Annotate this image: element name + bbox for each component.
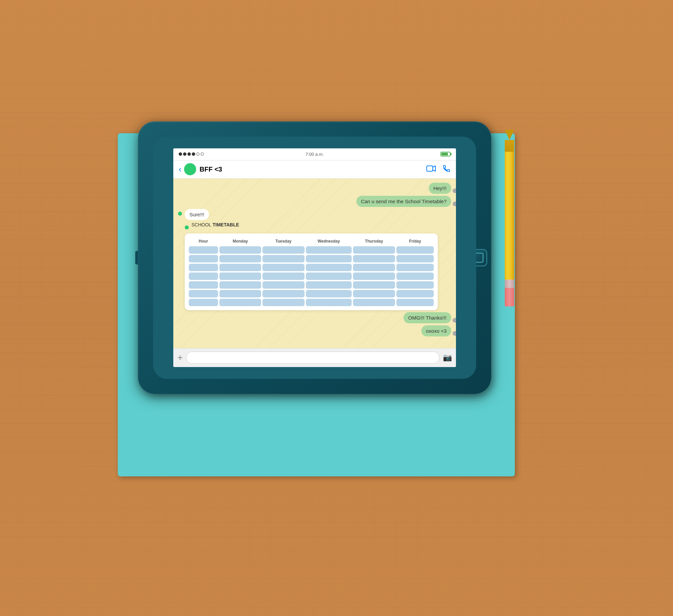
table-cell [219,255,261,262]
table-cell [353,273,395,280]
scene: 7:00 a.m. ‹ BFF <3 [101,89,572,527]
ipad-bezel: 7:00 a.m. ‹ BFF <3 [153,137,476,379]
table-cell [219,281,261,289]
status-right [440,152,451,156]
message-hey: Hey!!! [178,183,451,194]
table-cell [262,255,304,262]
pencil-eraser [505,288,514,306]
status-time: 7:00 a.m. [306,152,324,157]
table-cell [262,281,304,289]
message-thanks: OMG!!! Thanks!!! [178,312,451,323]
signal-dot-2 [183,152,186,156]
svg-rect-0 [427,166,433,171]
side-button[interactable] [135,251,138,264]
table-cell [306,299,352,306]
timetable-grid: Hour Monday Tuesday Wednesday Thursday F… [189,238,434,306]
table-cell [306,246,352,254]
pencil-body [505,152,514,280]
contact-name: BFF <3 [200,166,426,173]
timetable-label-bold: TIMETABLE [213,222,239,227]
table-cell [396,290,434,297]
table-cell [306,273,352,280]
timetable-card: Hour Monday Tuesday Wednesday Thursday F… [185,233,438,310]
table-cell [396,281,434,289]
camera-button[interactable]: 📷 [443,353,452,362]
message-input[interactable] [186,352,439,364]
table-cell [189,299,218,306]
status-bar: 7:00 a.m. [173,148,456,160]
bubble-thanks: OMG!!! Thanks!!! [403,312,451,323]
message-timetable-request: Can u send me the School Timetable? [178,196,451,207]
table-cell [396,264,434,271]
table-cell [353,246,395,254]
pencil-tip [505,130,514,140]
message-sure: Sure!!! [178,209,451,220]
video-call-icon[interactable] [426,165,436,174]
header-actions [426,165,451,174]
bubble-timetable-request: Can u send me the School Timetable? [356,196,451,207]
table-cell [219,264,261,271]
table-cell [353,290,395,297]
signal-dot-3 [187,152,191,156]
table-cell [396,255,434,262]
message-timetable-card: SCHOOL TIMETABLE Hour Monday Tuesday Wed… [185,222,451,310]
pencil-ferrule [505,280,514,288]
table-cell [353,281,395,289]
table-cell [189,264,218,271]
chat-input-bar: + 📷 [173,348,456,367]
signal-dot-5 [196,152,200,156]
table-cell [353,299,395,306]
pencil [504,130,515,318]
read-receipt-3 [453,318,456,323]
table-cell [189,290,218,297]
table-cell [353,264,395,271]
table-cell [262,246,304,254]
table-cell [189,255,218,262]
read-receipt-2 [453,202,456,206]
bubble-hey: Hey!!! [429,183,451,194]
table-cell [189,273,218,280]
table-cell [189,281,218,289]
table-cell [353,255,395,262]
read-receipt-4 [453,331,456,336]
ipad-device: 7:00 a.m. ‹ BFF <3 [138,121,491,394]
signal-dot-4 [192,152,195,156]
table-cell [189,246,218,254]
table-cell [262,290,304,297]
message-oxoxo: oxoxo <3 [178,325,451,336]
chat-area: Hey!!! Can u send me the School Timetabl… [173,179,456,348]
online-indicator-2 [185,225,189,229]
signal-dot-1 [179,152,182,156]
table-cell [306,255,352,262]
battery-fill [441,153,448,155]
chat-header: ‹ BFF <3 [173,160,456,179]
timetable-label-normal: SCHOOL [191,222,213,227]
table-cell [219,299,261,306]
table-cell [219,246,261,254]
read-receipt-1 [453,188,456,193]
timetable-title: SCHOOL TIMETABLE [191,222,239,227]
bubble-oxoxo: oxoxo <3 [421,325,451,336]
avatar [184,163,196,175]
back-button[interactable]: ‹ [179,165,181,174]
ipad-screen: 7:00 a.m. ‹ BFF <3 [173,148,456,367]
table-cell [219,273,261,280]
add-attachment-button[interactable]: + [177,352,183,363]
col-header-wednesday: Wednesday [306,238,352,245]
col-header-tuesday: Tuesday [262,238,304,245]
bubble-sure: Sure!!! [185,209,209,220]
col-header-friday: Friday [396,238,434,245]
table-cell [306,281,352,289]
phone-call-icon[interactable] [442,165,451,174]
table-cell [396,299,434,306]
table-cell [306,264,352,271]
table-cell [306,290,352,297]
signal-dot-6 [201,152,204,156]
online-indicator-1 [178,212,182,216]
pencil-neck [505,140,514,152]
col-header-thursday: Thursday [353,238,395,245]
signal-indicators [179,152,204,156]
battery-indicator [440,152,451,156]
table-cell [396,273,434,280]
table-cell [262,264,304,271]
